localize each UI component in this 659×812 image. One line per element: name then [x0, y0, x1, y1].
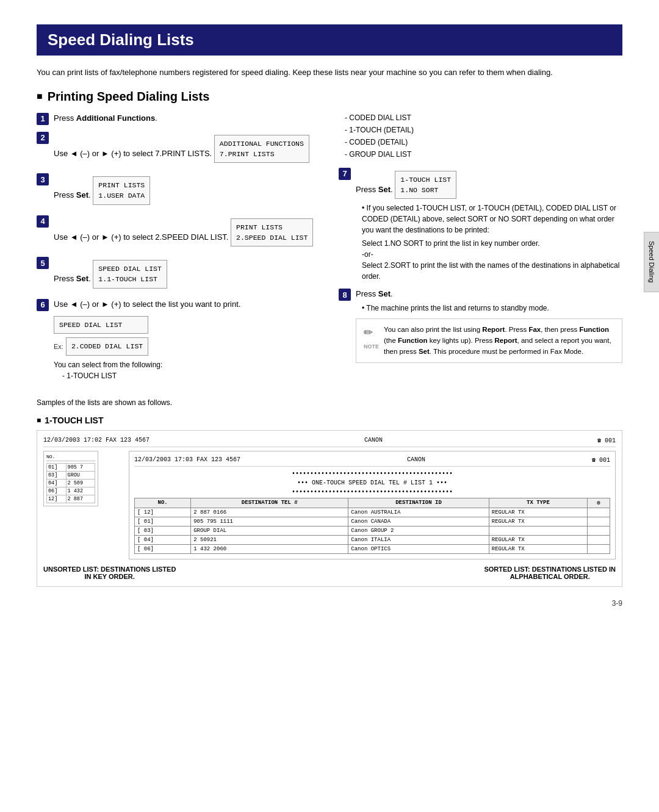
sidebar-tab: Speed Dialing	[644, 232, 659, 292]
step-8-suffix: .	[391, 289, 393, 298]
step-7-code: 1-TOUCH LIST 1.NO SORT	[395, 171, 456, 199]
list-type-3: CODED (DETAIL)	[345, 137, 622, 148]
step-6-text: Use ◄ (–) or ► (+) to select the list yo…	[54, 300, 240, 309]
col-no: NO.	[135, 498, 191, 508]
col-extra: ⊙	[588, 498, 610, 508]
unsorted-cell-val-1: 905 7	[66, 463, 95, 471]
section-title: Printing Speed Dialing Lists	[37, 90, 622, 104]
table-row: [ 06] 1 432 2060 Canon OPTICS REGULAR TX	[135, 544, 610, 553]
right-column: CODED DIAL LIST 1-TOUCH (DETAIL) CODED (…	[339, 112, 622, 387]
sample-labels-row: UNSORTED LIST: DESTINATIONS LISTEDIN KEY…	[43, 566, 616, 580]
step-8-content: Press Set. The machine prints the list a…	[356, 288, 622, 363]
unsorted-cell-val-2: GROU	[66, 471, 95, 479]
step-2-text: Use ◄ (–) or ► (+) to select 7.PRINT LIS…	[54, 149, 212, 158]
step-6: 6 Use ◄ (–) or ► (+) to select the list …	[37, 298, 320, 381]
step-8-prefix: Press	[356, 289, 378, 298]
unsorted-cell-num-2: 03]	[47, 471, 67, 479]
step-6-code-top: SPEED DIAL LIST	[54, 316, 148, 334]
step-4: 4 Use ◄ (–) or ► (+) to select 2.SPEED D…	[37, 215, 320, 251]
step-4-text: Use ◄ (–) or ► (+) to select 2.SPEED DIA…	[54, 232, 228, 242]
unsorted-header-label: NO.	[46, 454, 95, 461]
doc-title: ••• ONE-TOUCH SPEED DIAL TEL # LIST 1 ••…	[134, 480, 610, 486]
step-2: 2 Use ◄ (–) or ► (+) to select 7.PRINT L…	[37, 131, 320, 167]
step-7-content: Press Set. 1-TOUCH LIST 1.NO SORT If you…	[356, 167, 622, 282]
unsorted-cell-val-4: 1 432	[66, 487, 95, 495]
step-2-code: ADDITIONAL FUNCTIONS 7.PRINT LISTS	[214, 135, 309, 163]
row3-extra	[588, 526, 610, 535]
unsorted-cell-num-5: 12]	[47, 495, 67, 503]
row3-tel: GROUP DIAL	[191, 526, 348, 535]
step-7-note2: Select 2.SORT to print the list with the…	[356, 260, 622, 282]
sample-area: 12/03/2003 17:02 FAX 123 4567 CANON ☎ 00…	[37, 430, 622, 587]
note-pencil-icon: ✏	[364, 326, 373, 339]
row2-no: [ 01]	[135, 517, 191, 526]
row4-id: Canon ITALIA	[348, 535, 489, 544]
unsorted-cell-num-3: 04]	[47, 479, 67, 487]
row3-tx	[489, 526, 587, 535]
step-5-bold: Set	[76, 274, 88, 283]
row1-tel: 2 887 0166	[191, 508, 348, 517]
unsorted-label: UNSORTED LIST: DESTINATIONS LISTEDIN KEY…	[43, 566, 176, 580]
step-1-text-bold: Additional Functions	[76, 113, 155, 123]
unsorted-row-3: 04] 2 509	[47, 479, 95, 487]
unsorted-row-4: 06] 1 432	[47, 487, 95, 495]
unsorted-mini-doc: NO. 01] 905 7 03] GROU 04] 2 509	[43, 451, 98, 506]
table-header-row: NO. DESTINATION TEL # DESTINATION ID TX …	[135, 498, 610, 508]
unsorted-cell-num-4: 06]	[47, 487, 67, 495]
page-header: Speed Dialing Lists	[37, 24, 622, 56]
step-4-code: PRINT LISTS 2.SPEED DIAL LIST	[231, 218, 313, 247]
step-3-num: 3	[37, 173, 49, 185]
step-8-bold: Set	[378, 289, 391, 298]
unsorted-row-1: 01] 905 7	[47, 463, 95, 471]
touch-list-section: Samples of the lists are shown as follow…	[37, 398, 622, 587]
step-5-suffix: .	[88, 274, 91, 283]
row4-tel: 2 50921	[191, 535, 348, 544]
page-number: 3-9	[37, 599, 622, 608]
step-7: 7 Press Set. 1-TOUCH LIST 1.NO SORT If y…	[339, 167, 622, 282]
sorted-label: SORTED LIST: DESTINATIONS LISTED INALPHA…	[484, 566, 616, 580]
note-icon-wrapper: ✏ NOTE	[364, 324, 379, 351]
table-row: [ 04] 2 50921 Canon ITALIA REGULAR TX	[135, 535, 610, 544]
step-1: 1 Press Additional Functions.	[37, 112, 320, 125]
row5-id: Canon OPTICS	[348, 544, 489, 553]
table-row: [ 12] 2 887 0166 Canon AUSTRALIA REGULAR…	[135, 508, 610, 517]
row5-tx: REGULAR TX	[489, 544, 587, 553]
sorted-inner-doc: 12/03/2003 17:03 FAX 123 4567 CANON ☎ 00…	[129, 451, 616, 559]
step-5-code: SPEED DIAL LIST 1.1-TOUCH LIST	[93, 260, 167, 289]
note-text: You can also print the list using Report…	[384, 324, 614, 357]
inner-header-left: 12/03/2003 17:03 FAX 123 4567	[134, 456, 240, 464]
list-type-bullets: CODED DIAL LIST 1-TOUCH (DETAIL) CODED (…	[339, 112, 622, 160]
table-row: [ 01] 905 795 1111 Canon CANADA REGULAR …	[135, 517, 610, 526]
step-3: 3 Press Set. PRINT LISTS 1.USER DATA	[37, 173, 320, 209]
step-3-bold: Set	[76, 190, 88, 199]
outer-fax-header: 12/03/2003 17:02 FAX 123 4567 CANON ☎ 00…	[43, 437, 616, 447]
step-8-num: 8	[339, 289, 351, 301]
step-6-content: Use ◄ (–) or ► (+) to select the list yo…	[54, 298, 320, 381]
step-5-prefix: Press	[54, 274, 76, 283]
step-7-note1: Select 1.NO SORT to print the list in ke…	[356, 238, 622, 249]
unsorted-cell-val-3: 2 509	[66, 479, 95, 487]
step-7-prefix: Press	[356, 185, 378, 194]
step-1-content: Press Additional Functions.	[54, 112, 320, 124]
row5-tel: 1 432 2060	[191, 544, 348, 553]
unsorted-row-5: 12] 2 887	[47, 495, 95, 503]
note-block: ✏ NOTE You can also print the list using…	[356, 318, 622, 363]
inner-header-center: CANON	[407, 456, 425, 464]
row2-tel: 905 795 1111	[191, 517, 348, 526]
step-3-code: PRINT LISTS 1.USER DATA	[93, 176, 150, 205]
two-col-layout: 1 Press Additional Functions. 2 Use ◄ (–…	[37, 112, 622, 387]
sub-section-title: 1-TOUCH LIST	[37, 415, 622, 425]
step-5-num: 5	[37, 257, 49, 269]
unsorted-table: 01] 905 7 03] GROU 04] 2 509 06] 1 432	[46, 463, 95, 503]
inner-header-right: ☎ 001	[592, 456, 610, 464]
step-5-content: Press Set. SPEED DIAL LIST 1.1-TOUCH LIS…	[54, 256, 320, 292]
step-6-code-bot: 2.CODED DIAL LIST	[66, 337, 148, 355]
list-type-4: GROUP DIAL LIST	[345, 149, 622, 160]
col-dest-tel: DESTINATION TEL #	[191, 498, 348, 508]
row1-id: Canon AUSTRALIA	[348, 508, 489, 517]
col-dest-id: DESTINATION ID	[348, 498, 489, 508]
step-2-num: 2	[37, 132, 49, 144]
page-title: Speed Dialing Lists	[48, 31, 611, 49]
row2-extra	[588, 517, 610, 526]
step-6-bullet-intro: You can select from the following:	[54, 359, 320, 370]
